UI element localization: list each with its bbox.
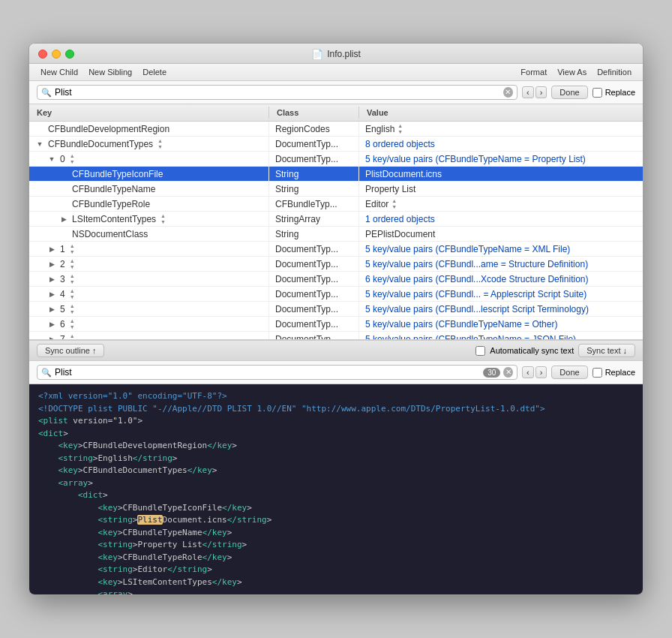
value-cell: 5 key/value pairs (CFBundleTypeName = Ot… — [359, 317, 643, 331]
key-text: 6 — [60, 319, 65, 330]
bottom-search-bar: 🔍 30 ✕ ‹ › Done Replace — [29, 361, 643, 384]
dropdown-arrows[interactable]: ▲▼ — [398, 123, 403, 134]
class-cell: DocumentTyp... — [269, 332, 359, 339]
stepper-arrows[interactable]: ▲▼ — [70, 258, 75, 269]
top-search-input[interactable] — [55, 87, 500, 98]
key-text: 7 — [60, 334, 65, 340]
minimize-button[interactable] — [52, 50, 61, 59]
key-text: CFBundleTypeRole — [72, 199, 150, 209]
auto-sync-checkbox[interactable] — [476, 346, 485, 356]
top-replace-label: Replace — [605, 88, 635, 97]
disclosure-icon[interactable]: ▶ — [47, 290, 56, 299]
class-cell: String — [269, 227, 359, 241]
disclosure-icon[interactable]: ▶ — [47, 320, 56, 329]
stepper-arrows[interactable]: ▲▼ — [70, 273, 75, 284]
table-row[interactable]: ▶4▲▼DocumentTyp...5 key/value pairs (CFB… — [29, 287, 643, 302]
disclosure-icon[interactable]: ▼ — [47, 155, 56, 164]
stepper-arrows[interactable]: ▲▼ — [158, 138, 163, 149]
table-row[interactable]: ▶LSItemContentTypes▲▼StringArray1 ordere… — [29, 212, 643, 227]
definition-button[interactable]: Definition — [595, 67, 634, 77]
stepper-arrows[interactable]: ▲▼ — [70, 288, 75, 299]
top-prev-button[interactable]: ‹ — [522, 86, 534, 98]
class-cell: String — [269, 182, 359, 196]
table-row[interactable]: ▼0▲▼DocumentTyp...5 key/value pairs (CFB… — [29, 152, 643, 167]
value-cell: 5 key/value pairs (CFBundleTypeName = JS… — [359, 332, 643, 339]
value-text: 5 key/value pairs (CFBundleTypeName = Ot… — [365, 319, 557, 330]
top-search-clear-button[interactable]: ✕ — [503, 87, 513, 98]
class-cell: DocumentTyp... — [269, 152, 359, 166]
disclosure-icon[interactable]: ▶ — [47, 245, 56, 254]
delete-button[interactable]: Delete — [140, 67, 169, 77]
key-text: 4 — [60, 289, 65, 299]
stepper-arrows[interactable]: ▲▼ — [70, 303, 75, 314]
disclosure-icon[interactable]: ▶ — [47, 260, 56, 269]
stepper-arrows[interactable]: ▲▼ — [70, 243, 75, 254]
xml-line: <plist version="1.0"> — [38, 415, 634, 428]
main-window: 📄 Info.plist New Child New Sibling Delet… — [28, 43, 644, 595]
stepper-arrows[interactable]: ▲▼ — [70, 318, 75, 330]
table-row[interactable]: NSDocumentClassStringPEPlistDocument — [29, 227, 643, 242]
value-text: 5 key/value pairs (CFBundl... = Applescr… — [365, 289, 586, 299]
format-button[interactable]: Format — [518, 67, 549, 77]
file-icon: 📄 — [311, 49, 323, 60]
class-cell: DocumentTyp... — [269, 317, 359, 331]
title-area: 📄 Info.plist — [311, 49, 361, 60]
top-next-button[interactable]: › — [536, 86, 548, 98]
bottom-prev-button[interactable]: ‹ — [522, 366, 534, 378]
xml-line: <key>CFBundleTypeIconFile</key> — [38, 502, 634, 515]
top-nav-buttons: ‹ › — [522, 86, 547, 98]
key-text: LSItemContentTypes — [72, 214, 156, 224]
table-row[interactable]: ▶1▲▼DocumentTyp...5 key/value pairs (CFB… — [29, 242, 643, 257]
bottom-search-input[interactable] — [55, 367, 480, 378]
value-cell: Property List — [359, 182, 643, 196]
xml-line: <key>CFBundleDevelopmentRegion</key> — [38, 440, 634, 453]
sync-outline-button[interactable]: Sync outline ↑ — [37, 344, 104, 357]
top-replace-wrap: Replace — [592, 88, 635, 98]
value-cell: PEPlistDocument — [359, 227, 643, 241]
traffic-lights — [38, 50, 74, 59]
value-text: 6 key/value pairs (CFBundl...Xcode Struc… — [365, 274, 588, 284]
xml-line: <string>Editor</string> — [38, 564, 634, 576]
disclosure-icon[interactable]: ▶ — [47, 275, 56, 284]
value-text: 5 key/value pairs (CFBundl...ame = Struc… — [365, 259, 588, 269]
view-as-button[interactable]: View As — [555, 67, 589, 77]
class-cell: StringArray — [269, 212, 359, 226]
top-replace-checkbox[interactable] — [592, 88, 602, 98]
titlebar: 📄 Info.plist — [29, 44, 643, 64]
table-row[interactable]: ▶5▲▼DocumentTyp...5 key/value pairs (CFB… — [29, 302, 643, 317]
key-text: NSDocumentClass — [72, 229, 148, 239]
stepper-arrows[interactable]: ▲▼ — [70, 333, 75, 339]
stepper-arrows[interactable]: ▲▼ — [160, 213, 166, 224]
table-row[interactable]: ▶3▲▼DocumentTyp...6 key/value pairs (CFB… — [29, 272, 643, 287]
bottom-replace-checkbox[interactable] — [592, 368, 602, 378]
key-text: 0 — [60, 154, 65, 164]
bottom-done-button[interactable]: Done — [551, 366, 587, 379]
disclosure-icon[interactable]: ▼ — [35, 140, 44, 149]
new-child-button[interactable]: New Child — [38, 67, 80, 77]
new-sibling-button[interactable]: New Sibling — [86, 67, 134, 77]
table-row[interactable]: CFBundleTypeIconFileStringPlistDocument.… — [29, 167, 643, 182]
stepper-arrows[interactable]: ▲▼ — [70, 153, 75, 164]
table-row[interactable]: ▶7▲▼DocumentTyp...5 key/value pairs (CFB… — [29, 332, 643, 339]
table-row[interactable]: ▶2▲▼DocumentTyp...5 key/value pairs (CFB… — [29, 257, 643, 272]
dropdown-arrows[interactable]: ▲▼ — [392, 198, 397, 209]
table-row[interactable]: ▼CFBundleDocumentTypes▲▼DocumentTyp...8 … — [29, 137, 643, 152]
xml-line: <array> — [38, 477, 634, 490]
table-row[interactable]: CFBundleTypeRoleCFBundleTyp...Editor▲▼ — [29, 197, 643, 212]
close-button[interactable] — [38, 50, 47, 59]
bottom-search-clear-button[interactable]: ✕ — [503, 367, 513, 378]
table-row[interactable]: CFBundleTypeNameStringProperty List — [29, 182, 643, 197]
sync-bar: Sync outline ↑ Automatically sync text S… — [29, 340, 643, 361]
xml-editor[interactable]: <?xml version="1.0" encoding="UTF-8"?><!… — [29, 384, 643, 594]
disclosure-icon[interactable]: ▶ — [47, 305, 56, 314]
disclosure-icon[interactable]: ▶ — [47, 335, 56, 340]
table-row[interactable]: CFBundleDevelopmentRegionRegionCodesEngl… — [29, 122, 643, 137]
window-title: Info.plist — [327, 49, 361, 59]
disclosure-icon[interactable]: ▶ — [59, 215, 68, 224]
table-row[interactable]: ▶6▲▼DocumentTyp...5 key/value pairs (CFB… — [29, 317, 643, 332]
plist-table: Key Class Value CFBundleDevelopmentRegio… — [29, 104, 643, 340]
bottom-next-button[interactable]: › — [536, 366, 548, 378]
maximize-button[interactable] — [65, 50, 74, 59]
sync-text-button[interactable]: Sync text ↓ — [578, 344, 635, 357]
top-done-button[interactable]: Done — [551, 86, 587, 99]
